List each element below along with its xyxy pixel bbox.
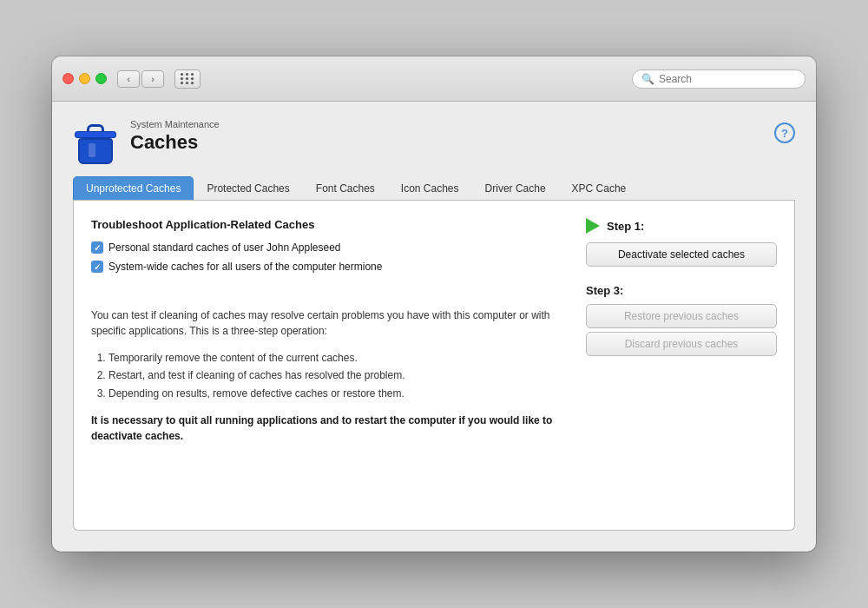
bin-rim-icon	[75, 131, 116, 138]
checkbox-personal-row: ✓ Personal standard caches of user John …	[91, 241, 569, 254]
step1-arrow-icon	[586, 218, 600, 234]
grid-icon	[181, 73, 194, 84]
tab-protected-caches[interactable]: Protected Caches	[194, 176, 302, 200]
app-icon	[73, 119, 118, 164]
maximize-button[interactable]	[95, 73, 107, 84]
app-subtitle: System Maintenance	[130, 119, 774, 129]
left-panel: Troubleshoot Application-Related Caches …	[91, 218, 569, 444]
search-input[interactable]	[659, 73, 796, 85]
main-window: ‹ › 🔍	[52, 56, 816, 552]
forward-button[interactable]: ›	[141, 70, 164, 88]
app-header: System Maintenance Caches ?	[73, 119, 795, 164]
checkbox-system-row: ✓ System-wide caches for all users of th…	[91, 261, 569, 273]
tab-font-caches[interactable]: Font Caches	[303, 176, 388, 200]
search-box[interactable]: 🔍	[632, 69, 806, 89]
deactivate-caches-button[interactable]: Deactivate selected caches	[586, 242, 777, 267]
panel-inner: Troubleshoot Application-Related Caches …	[91, 218, 777, 444]
discard-caches-button[interactable]: Discard previous caches	[586, 332, 777, 356]
step1-label: Step 1:	[607, 220, 644, 233]
right-panel: Step 1: Deactivate selected caches Step …	[586, 218, 777, 444]
step-3-text: Depending on results, remove defective c…	[108, 385, 569, 402]
tab-driver-cache[interactable]: Driver Cache	[472, 176, 559, 200]
step3-label: Step 3:	[586, 284, 777, 297]
title-bar: ‹ › 🔍	[52, 56, 816, 102]
checkbox-system[interactable]: ✓	[91, 261, 103, 273]
checkmark-icon: ✓	[94, 243, 101, 253]
tab-bar: Unprotected Caches Protected Caches Font…	[73, 176, 795, 201]
step-1-text: Temporarily remove the content of the cu…	[108, 349, 569, 367]
steps-list: Temporarily remove the content of the cu…	[91, 349, 569, 402]
search-icon: 🔍	[641, 73, 654, 85]
help-button[interactable]: ?	[774, 122, 795, 143]
main-panel: Troubleshoot Application-Related Caches …	[73, 201, 795, 531]
warning-text: It is necessary to quit all running appl…	[91, 413, 569, 444]
grid-button[interactable]	[174, 69, 201, 89]
tab-icon-caches[interactable]: Icon Caches	[388, 176, 472, 200]
section-title: Troubleshoot Application-Related Caches	[91, 218, 569, 231]
close-button[interactable]	[62, 73, 74, 84]
description-area: You can test if cleaning of caches may r…	[91, 307, 569, 444]
checkbox-personal-label: Personal standard caches of user John Ap…	[108, 241, 341, 254]
back-button[interactable]: ‹	[117, 70, 140, 88]
nav-buttons: ‹ ›	[117, 70, 164, 88]
title-block: System Maintenance Caches	[130, 119, 774, 154]
checkmark-icon-2: ✓	[94, 262, 101, 272]
description-text: You can test if cleaning of caches may r…	[91, 307, 569, 339]
restore-caches-button[interactable]: Restore previous caches	[586, 304, 777, 328]
step-2-text: Restart, and test if cleaning of caches …	[108, 367, 569, 384]
tab-unprotected-caches[interactable]: Unprotected Caches	[73, 176, 194, 200]
content-area: System Maintenance Caches ? Unprotected …	[52, 102, 816, 552]
checkbox-personal[interactable]: ✓	[91, 241, 103, 254]
traffic-lights	[62, 73, 107, 84]
minimize-button[interactable]	[79, 73, 90, 84]
checkbox-system-label: System-wide caches for all users of the …	[108, 261, 382, 273]
page-title: Caches	[130, 131, 774, 154]
step1-row: Step 1:	[586, 218, 777, 234]
tab-xpc-cache[interactable]: XPC Cache	[559, 176, 640, 200]
bin-body-icon	[78, 138, 113, 164]
